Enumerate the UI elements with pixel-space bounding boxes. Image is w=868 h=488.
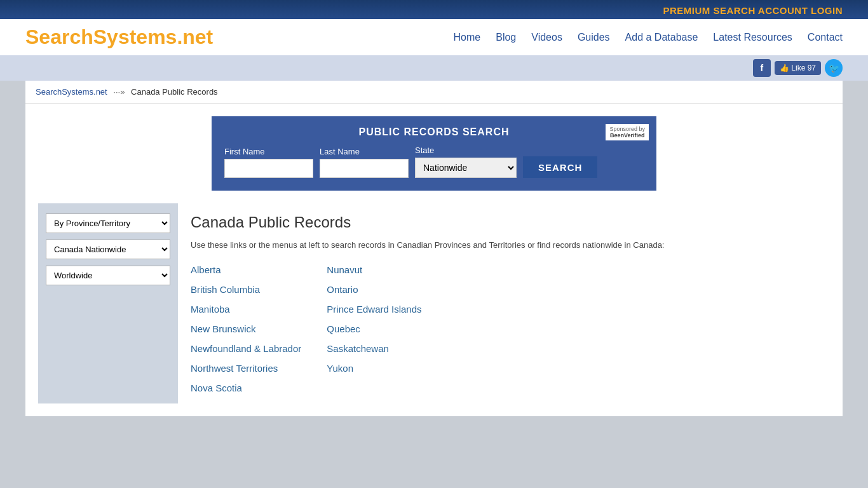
search-button[interactable]: SEARCH bbox=[523, 156, 597, 178]
logo-suffix: .net bbox=[177, 25, 213, 48]
breadcrumb-current: Canada Public Records bbox=[131, 87, 218, 97]
left-sidebar: By Province/Territory Canada Nationwide … bbox=[38, 203, 178, 403]
province-col-left: Alberta British Columbia Manitoba New Br… bbox=[191, 264, 301, 393]
description-text: Use these links or the menus at left to … bbox=[191, 239, 817, 252]
province-british-columbia[interactable]: British Columbia bbox=[191, 284, 301, 295]
province-nova-scotia[interactable]: Nova Scotia bbox=[191, 383, 301, 393]
nav-videos[interactable]: Videos bbox=[531, 32, 562, 43]
search-form: First Name Last Name State Nationwide SE… bbox=[224, 146, 644, 178]
nav-guides[interactable]: Guides bbox=[578, 32, 610, 43]
breadcrumb-separator: ···» bbox=[113, 87, 125, 97]
province-nunavut[interactable]: Nunavut bbox=[327, 264, 421, 275]
state-field: State Nationwide bbox=[415, 146, 517, 178]
main-nav: Home Blog Videos Guides Add a Database L… bbox=[454, 32, 843, 43]
province-northwest-territories[interactable]: Northwest Territories bbox=[191, 363, 301, 374]
last-name-field: Last Name bbox=[320, 147, 409, 178]
twitter-icon[interactable]: 🐦 bbox=[825, 59, 843, 77]
sponsored-badge: Sponsored by BeenVerified bbox=[606, 124, 649, 140]
state-label: State bbox=[415, 146, 517, 155]
nav-contact[interactable]: Contact bbox=[808, 32, 843, 43]
province-col-right: Nunavut Ontario Prince Edward Islands Qu… bbox=[327, 264, 421, 393]
nav-add-database[interactable]: Add a Database bbox=[625, 32, 698, 43]
breadcrumb-home[interactable]: SearchSystems.net bbox=[36, 87, 107, 97]
province-alberta[interactable]: Alberta bbox=[191, 264, 301, 275]
nav-home[interactable]: Home bbox=[454, 32, 481, 43]
first-name-input[interactable] bbox=[224, 159, 313, 178]
first-name-field: First Name bbox=[224, 147, 313, 178]
worldwide-dropdown[interactable]: Worldwide bbox=[46, 266, 170, 285]
first-name-label: First Name bbox=[224, 147, 313, 156]
state-select[interactable]: Nationwide bbox=[415, 158, 517, 178]
sponsored-by: BeenVerified bbox=[609, 132, 645, 139]
main-content: Canada Public Records Use these links or… bbox=[178, 203, 830, 403]
last-name-input[interactable] bbox=[320, 159, 409, 178]
province-newfoundland[interactable]: Newfoundland & Labrador bbox=[191, 343, 301, 354]
facebook-like-button[interactable]: 👍 Like 97 bbox=[775, 61, 821, 75]
province-saskatchewan[interactable]: Saskatchewan bbox=[327, 343, 421, 354]
premium-login-link[interactable]: PREMIUM SEARCH ACCOUNT LOGIN bbox=[663, 5, 843, 16]
nav-blog[interactable]: Blog bbox=[496, 32, 516, 43]
province-yukon[interactable]: Yukon bbox=[327, 363, 421, 374]
nav-latest-resources[interactable]: Latest Resources bbox=[713, 32, 792, 43]
canada-nationwide-dropdown[interactable]: Canada Nationwide bbox=[46, 240, 170, 259]
province-grid: Alberta British Columbia Manitoba New Br… bbox=[191, 264, 817, 393]
province-territory-dropdown[interactable]: By Province/Territory bbox=[46, 214, 170, 233]
province-ontario[interactable]: Ontario bbox=[327, 284, 421, 295]
two-column-layout: By Province/Territory Canada Nationwide … bbox=[38, 203, 830, 403]
fb-like-count: 97 bbox=[808, 64, 816, 72]
facebook-icon[interactable]: f bbox=[753, 59, 771, 77]
province-new-brunswick[interactable]: New Brunswick bbox=[191, 323, 301, 334]
sponsored-label: Sponsored by bbox=[609, 126, 645, 132]
last-name-label: Last Name bbox=[320, 147, 409, 156]
search-box-title: PUBLIC RECORDS SEARCH bbox=[224, 126, 644, 138]
logo-text: SearchSystems bbox=[25, 25, 177, 48]
site-logo: SearchSystems.net bbox=[25, 25, 213, 49]
province-manitoba[interactable]: Manitoba bbox=[191, 304, 301, 315]
search-box: PUBLIC RECORDS SEARCH Sponsored by BeenV… bbox=[212, 116, 656, 191]
page-title: Canada Public Records bbox=[191, 214, 817, 231]
province-prince-edward-islands[interactable]: Prince Edward Islands bbox=[327, 304, 421, 315]
breadcrumb: SearchSystems.net ···» Canada Public Rec… bbox=[25, 81, 843, 104]
province-quebec[interactable]: Quebec bbox=[327, 323, 421, 334]
social-bar: f 👍 Like 97 🐦 bbox=[0, 55, 868, 81]
